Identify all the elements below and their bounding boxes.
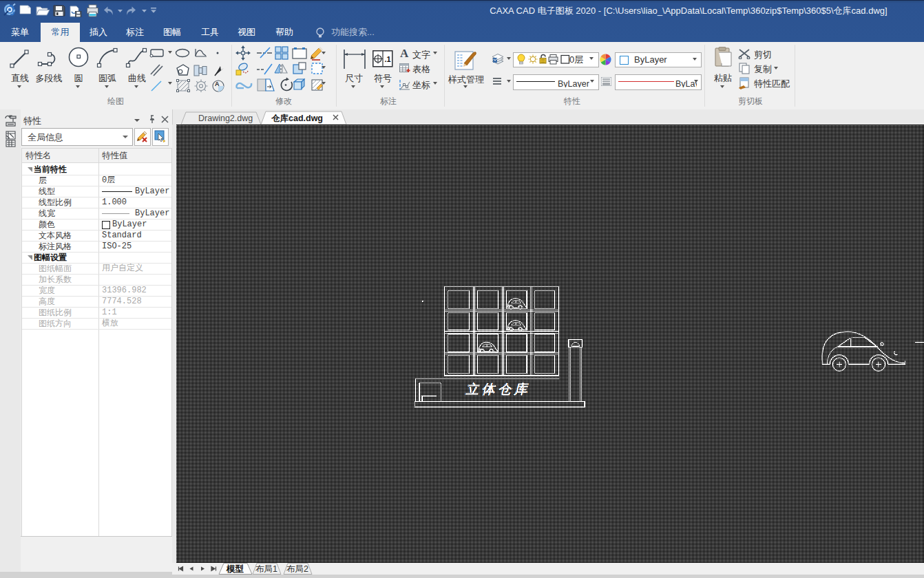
svg-text:布局2: 布局2 (286, 564, 308, 574)
svg-text:A: A (215, 81, 220, 87)
svg-text:仓库cad.dwg: 仓库cad.dwg (271, 114, 323, 123)
svg-text:立体仓库: 立体仓库 (465, 382, 530, 396)
svg-text:布局1: 布局1 (255, 564, 277, 574)
svg-text:模型: 模型 (226, 564, 244, 574)
svg-text:.1: .1 (385, 55, 391, 63)
svg-text:Drawing2.dwg: Drawing2.dwg (198, 114, 253, 123)
